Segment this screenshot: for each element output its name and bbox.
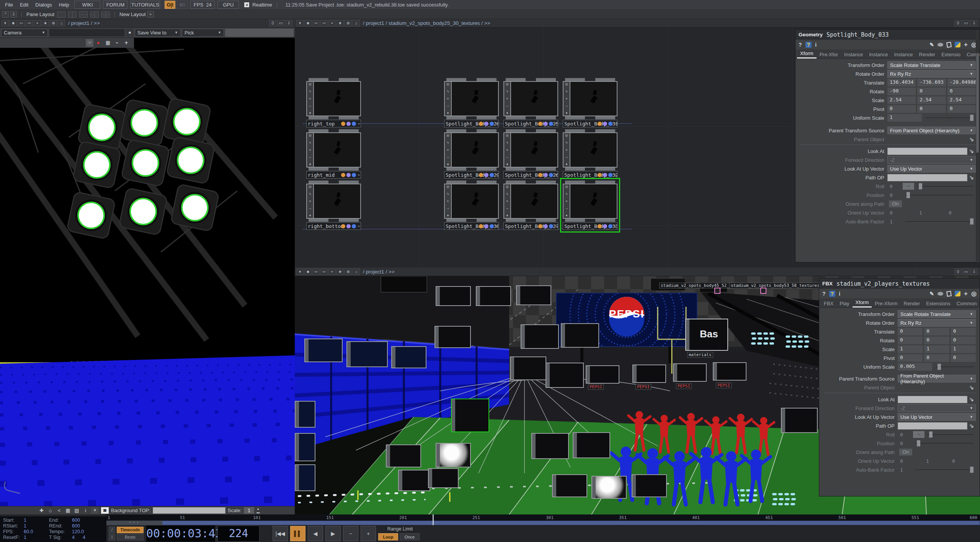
texture-node[interactable] — [386, 444, 421, 467]
export-icon[interactable]: ⇩ — [10, 11, 17, 18]
add-icon[interactable]: ✚ — [38, 508, 45, 513]
decrement-button[interactable]: − — [343, 526, 358, 541]
search-icon[interactable]: ⊕ — [345, 20, 352, 26]
node-right-top[interactable]: ◎ϟ×→♦ right_top+ — [306, 78, 361, 127]
back-icon[interactable]: ⇦ — [312, 20, 320, 26]
tab-play[interactable]: Play — [836, 299, 852, 308]
i-mode-button[interactable]: I — [109, 534, 115, 540]
home-icon[interactable]: ⌂ — [353, 269, 360, 275]
wireframe-icon[interactable]: < — [56, 508, 62, 513]
texture-node[interactable] — [546, 363, 584, 388]
translate-x[interactable]: 136.4034 — [887, 79, 916, 86]
search-icon[interactable]: ⊕ — [50, 20, 57, 26]
texture-node[interactable] — [476, 286, 511, 306]
texture-node[interactable] — [552, 474, 587, 497]
uniform-scale-value[interactable]: 1 — [887, 114, 922, 122]
pivot-z[interactable]: 0 — [947, 105, 976, 113]
home-icon[interactable]: ⌂ — [58, 20, 65, 26]
forward-direction-menu[interactable]: -Z▼ — [887, 156, 976, 164]
position-slider[interactable] — [915, 443, 973, 444]
layout-preset-vsplit[interactable] — [68, 11, 77, 18]
pane-type-dropdown-icon[interactable]: ▾ — [296, 269, 304, 275]
maximize-icon[interactable]: ▭ — [962, 269, 970, 275]
flag-dot[interactable] — [346, 122, 351, 126]
rotate-order-menu[interactable]: Rx Ry Rz▼ — [887, 70, 976, 78]
end-value[interactable]: 600 — [71, 518, 80, 523]
sphere-node[interactable] — [436, 443, 471, 467]
sphere-node[interactable] — [591, 476, 627, 499]
menu-edit[interactable]: Edit — [17, 1, 31, 8]
rotate-y[interactable]: 0 — [917, 88, 946, 95]
orient-path-toggle[interactable]: On — [899, 449, 912, 456]
scale-z[interactable]: 2.54 — [947, 96, 976, 104]
layout-preset-grid[interactable] — [101, 11, 110, 18]
texture-node[interactable] — [781, 408, 818, 433]
pane-type-dropdown-icon[interactable]: ▾ — [2, 20, 9, 26]
roll-slider[interactable] — [928, 434, 973, 435]
increment-button[interactable]: + — [361, 526, 376, 541]
help-icon[interactable]: ? — [822, 291, 826, 297]
pause-button[interactable]: ▌▌ — [290, 526, 305, 541]
scale-value[interactable]: 1 — [244, 507, 254, 514]
texture-node[interactable] — [398, 470, 430, 491]
texture-node[interactable] — [521, 324, 559, 349]
flag-dot[interactable] — [352, 122, 356, 126]
translate-y[interactable]: -736.693 — [917, 79, 946, 86]
roll-slider[interactable] — [917, 186, 973, 187]
screen-node[interactable] — [304, 339, 343, 362]
bookmark-icon[interactable]: ★ — [42, 20, 49, 26]
info-icon[interactable]: i — [82, 508, 89, 513]
split-down-icon[interactable]: ⇩ — [970, 269, 978, 275]
tab-fbx[interactable]: FBX — [821, 299, 836, 308]
beats-mode-button[interactable]: Beats — [117, 534, 144, 540]
wiki-button[interactable]: WIKI — [74, 1, 100, 9]
camera-snapshot-icon[interactable]: ◙ — [101, 507, 109, 514]
menu-file[interactable]: File — [2, 1, 16, 8]
uniform-scale-slider[interactable] — [936, 366, 973, 367]
comment-icon[interactable] — [938, 43, 943, 47]
info-icon[interactable]: i — [815, 42, 817, 48]
layout-preset-hsplit[interactable] — [79, 11, 88, 18]
info-icon[interactable]: i — [839, 291, 840, 297]
node-flags[interactable]: ◎ϟ×→♦ — [307, 82, 313, 116]
edge-node[interactable] — [295, 433, 315, 461]
edge-node[interactable] — [295, 401, 315, 428]
forward-icon[interactable]: ⇨ — [26, 20, 33, 26]
position-slider[interactable] — [905, 195, 973, 195]
tab-extensions[interactable]: Extensions — [923, 299, 954, 308]
look-up-menu[interactable]: Use Up Vector▼ — [887, 165, 976, 173]
pivot-x[interactable]: 0 — [887, 105, 916, 113]
slash-mode-button[interactable]: / — [109, 527, 115, 533]
pepsi-node[interactable] — [713, 362, 746, 381]
tab-render[interactable]: Render — [916, 50, 939, 59]
droplet-icon[interactable]: ● — [126, 29, 134, 36]
maximize-icon[interactable]: ▭ — [277, 20, 284, 26]
path-op-field[interactable] — [898, 422, 967, 430]
pointer-icon[interactable]: ► — [95, 39, 103, 47]
python-icon[interactable] — [955, 291, 960, 296]
breadcrumb[interactable]: / project1 / >> — [68, 20, 100, 26]
texture-node[interactable] — [561, 323, 599, 348]
path-op-field[interactable] — [887, 174, 967, 181]
node-spotlight-body-029[interactable]: ◎ϟ×→♦ Spotlight_Body_029+ — [444, 129, 499, 179]
target-icon[interactable]: ◎ — [971, 290, 977, 297]
jump-to-start-button[interactable]: |◀◀ — [273, 526, 288, 541]
tutorials-button[interactable]: TUTORIALS — [130, 1, 160, 9]
op-name[interactable]: stadium_v2_players_textures — [836, 280, 930, 287]
node-right-mid[interactable]: ◎ϟ×→♦ right_mid+ — [306, 129, 361, 179]
scale-x[interactable]: 1 — [898, 345, 923, 353]
tab-instance[interactable]: Instance — [841, 50, 866, 59]
tab-pre-xform[interactable]: Pre-Xform — [872, 299, 900, 308]
roll-minus-chip[interactable]: − — [913, 431, 924, 438]
rotate-order-menu[interactable]: Rx Ry Rz▼ — [898, 319, 976, 327]
op-picker-icon[interactable]: ⇘ — [967, 396, 976, 403]
save-view-select[interactable]: Save View to▼ — [135, 29, 181, 37]
orient-path-toggle[interactable]: On — [889, 200, 902, 207]
3d-viewport[interactable] — [0, 38, 295, 506]
cube-icon[interactable]: ▧ — [74, 508, 80, 513]
transform-order-menu[interactable]: Scale Rotate Translate▼ — [887, 61, 976, 69]
op-picker-icon[interactable]: ⇘ — [967, 422, 976, 429]
grid-toggle-icon[interactable]: ▦ — [65, 508, 71, 513]
breadcrumb[interactable]: / project1 / stadium_v2_spots_body25_30_… — [363, 20, 490, 26]
texture-node[interactable] — [573, 432, 610, 458]
